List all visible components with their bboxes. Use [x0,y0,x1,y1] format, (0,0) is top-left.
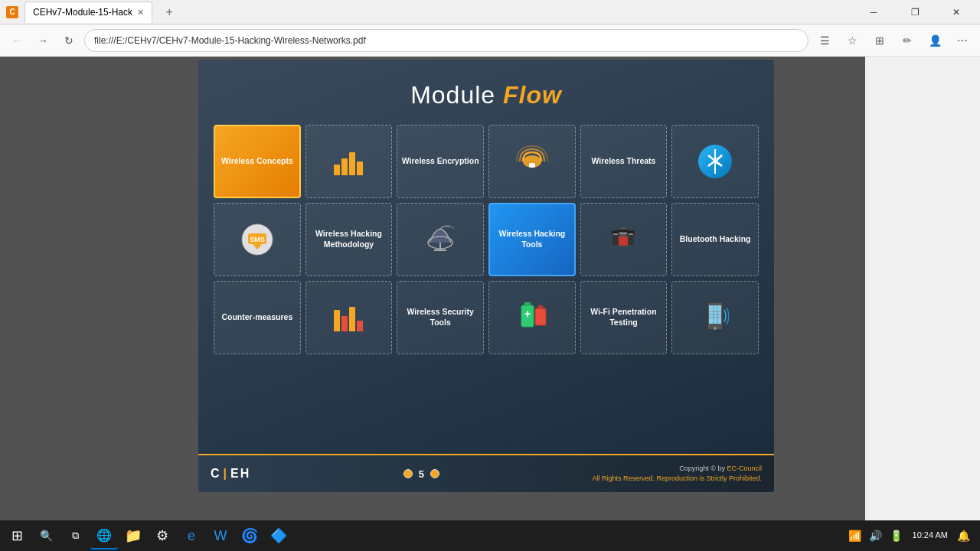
cell-wireless-concepts[interactable]: Wireless Concepts [214,125,301,198]
cell-wifi-penetration[interactable]: Wi-Fi Penetration Testing [580,281,668,354]
forward-button[interactable]: → [32,30,54,51]
phone-icon [698,299,732,336]
word-task[interactable]: W [207,522,234,549]
bars-orange-icon [334,148,363,175]
file-explorer-task[interactable]: 📁 [119,522,147,549]
profile-button[interactable]: 👤 [923,29,946,52]
cell-phone-icon [671,281,759,354]
settings-task[interactable]: ⚙ [149,522,176,549]
close-button[interactable]: ✕ [939,0,974,24]
cell-router-icon [488,125,576,198]
ie-task[interactable]: e [178,522,205,549]
back-button[interactable]: ← [6,30,28,51]
cell-wireless-encryption[interactable]: Wireless Encryption [397,125,484,198]
svg-rect-11 [613,233,618,235]
refresh-button[interactable]: ↻ [58,30,80,51]
svg-point-33 [714,327,717,330]
battery-icon: + [515,299,549,336]
page-area: Module Flow Wireless Concepts [107,57,865,520]
cell-wireless-threats[interactable]: Wireless Threats [580,125,668,198]
tab-label: CEHv7-Module-15-Hack [33,7,132,18]
app-icon: C [6,6,18,18]
cell-bars-orange [305,125,393,198]
cell-label: Wireless Concepts [221,156,293,167]
footer-copyright: Copyright © by EC-Council All Rights Res… [592,464,762,484]
minimize-button[interactable]: ─ [856,0,891,24]
sidebar-left [0,57,107,520]
url-input[interactable] [84,29,808,52]
cell-bluetooth-icon [671,125,759,198]
cell-label: Counter-measures [221,312,292,323]
sms-icon: SMS [240,223,274,256]
search-button[interactable]: 🔍 [32,522,60,549]
cell-battery-icon: + [488,281,576,354]
system-clock[interactable]: 10:24 AM [913,530,948,541]
svg-text:SMS: SMS [250,236,265,243]
taskbar: ⊞ 🔍 ⧉ 🌐 📁 ⚙ e W 🌀 🔷 📶 🔊 🔋 10:24 AM 🔔 [0,520,980,551]
bluetooth-icon [698,145,732,178]
svg-rect-15 [619,233,627,234]
cell-label: Wireless Encryption [402,156,479,167]
start-button[interactable]: ⊞ [3,522,31,549]
edit-button[interactable]: ✏ [896,29,919,52]
edge-browser-task[interactable]: 🌐 [90,522,118,549]
browser-tab[interactable]: CEHv7-Module-15-Hack ✕ [24,2,152,23]
svg-rect-18 [627,231,635,233]
svg-rect-16 [619,236,628,246]
collections-button[interactable]: ⊞ [868,29,891,52]
cell-bluetooth-hacking[interactable]: Bluetooth Hacking [671,203,759,276]
cell-label: Wireless Threats [592,156,656,167]
page-dot-next [430,469,439,478]
tab-close-button[interactable]: ✕ [137,8,144,18]
settings-button[interactable]: ⋯ [951,29,974,52]
cell-countermeasures[interactable]: Counter-measures [214,281,301,354]
browser-content: Module Flow Wireless Concepts [0,57,980,520]
page-dot-prev [403,469,413,478]
spies-icon [606,221,640,258]
cell-bars-mixed [305,281,393,354]
cell-label: Wireless Security Tools [400,307,480,328]
rights-label: All Rights Reserved. Reproduction is Str… [592,474,762,482]
svg-rect-1 [529,163,535,168]
cell-wireless-hacking-tools[interactable]: Wireless Hacking Tools [488,203,576,276]
new-tab-button[interactable]: + [158,2,180,23]
radar-icon [423,221,457,258]
cell-label: Wi-Fi Penetration Testing [584,307,664,328]
sidebar-right [865,57,980,520]
time-display: 10:24 AM [913,530,948,541]
favorites-button[interactable]: ☆ [841,29,864,52]
app2-task[interactable]: 🔷 [265,522,292,549]
cell-wireless-security-tools[interactable]: Wireless Security Tools [397,281,484,354]
svg-rect-12 [612,237,619,245]
svg-rect-20 [628,237,634,245]
task-view-button[interactable]: ⧉ [61,522,89,549]
slide-footer: C|EH 5 Copyright © by EC-Council All Rig… [198,454,774,492]
title-bar: C CEHv7-Module-15-Hack ✕ + ─ ❐ ✕ [0,0,980,24]
page-number: 5 [419,468,424,480]
app1-task[interactable]: 🌀 [236,522,263,549]
volume-icon: 🔊 [867,530,884,542]
svg-rect-25 [538,305,543,309]
title-main: Module [410,81,495,109]
title-accent: Flow [503,81,562,109]
module-grid: Wireless Concepts Wireless Encryption [198,125,774,354]
maximize-button[interactable]: ❐ [897,0,933,24]
battery-status-icon: 🔋 [887,530,905,542]
cell-spies-icon [580,203,668,276]
cell-wireless-hacking-methodology[interactable]: Wireless Hacking Methodology [305,203,393,276]
slide-title: Module Flow [198,60,774,125]
notification-button[interactable]: 🔔 [949,522,977,549]
cell-label: Wireless Hacking Methodology [309,229,389,249]
pdf-slide: Module Flow Wireless Concepts [198,60,774,492]
svg-text:+: + [524,308,531,320]
cell-label: Wireless Hacking Tools [493,229,571,249]
sidebar-toggle-button[interactable]: ☰ [813,29,836,52]
ec-council-label: EC-Council [727,465,762,472]
router-icon [515,142,549,182]
cell-radar-icon [397,203,484,276]
cell-label: Bluetooth Hacking [680,234,751,245]
footer-pagination: 5 [250,468,592,480]
svg-rect-19 [629,233,633,235]
network-icon: 📶 [846,530,864,542]
cell-sms-icon: SMS [214,203,301,276]
